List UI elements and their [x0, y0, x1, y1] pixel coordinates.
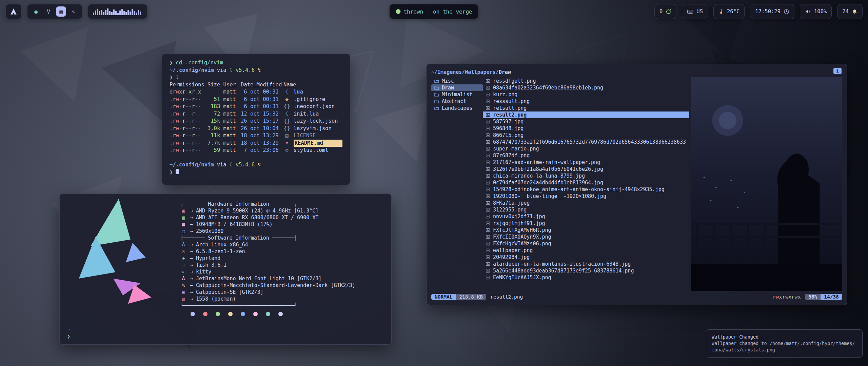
sidebar-directory-item[interactable]: Landscapes [431, 105, 483, 111]
directory-name: Draw [442, 85, 454, 91]
file-permissions: .rw-r--r-- [170, 103, 203, 110]
file-permissions: .rw-r--r-- [170, 110, 203, 118]
file-list-item[interactable]: nnvuv0xj2df71.jpg [483, 213, 689, 220]
temperature-module[interactable]: 26°C [713, 4, 745, 19]
launcher-button[interactable] [5, 4, 22, 19]
file-list-item[interactable]: 68747470733a2f2f696d616765732d7769786d70… [483, 139, 689, 145]
keyboard-layout-module[interactable]: US [682, 4, 708, 19]
folder-icon [434, 99, 439, 104]
file-list-item[interactable]: 87r687df.png [483, 152, 689, 159]
audio-visualizer[interactable] [88, 4, 147, 19]
ls-file-row: .rw-r--r-- 59 matt 7 oct 23:06 ⚙ stylua.… [170, 147, 342, 154]
file-name: result2.png [493, 112, 527, 118]
file-list-item[interactable]: kurz.png [483, 91, 689, 98]
tab-badge[interactable]: 1 [833, 68, 842, 74]
file-list-item[interactable]: super-mario.png [483, 145, 689, 152]
sidebar-directory-item[interactable]: Minimalist [431, 91, 483, 98]
image-file-icon [486, 241, 490, 246]
ls-table-rows: drwxr-xr-x - matt 6 oct 00:31 ☾ lua .rw-… [170, 88, 342, 154]
shell-prompt-block[interactable]: ~ ❯ [67, 325, 70, 340]
file-name: stylua.toml [294, 147, 342, 154]
file-list-item[interactable]: wallpaper.png [483, 247, 689, 254]
fetch-line-icon: Λ [180, 241, 186, 248]
file-list-item[interactable]: 5a266e448add93deab367d87173e9f25-6837886… [483, 267, 689, 274]
topbar-right-group: 0 US 26°C 17:50:29 [654, 4, 863, 19]
fetch-line-icon: ☉ [180, 248, 186, 255]
thermometer-icon [718, 9, 724, 14]
file-list-item[interactable]: 866715.png [483, 132, 689, 139]
image-file-icon [486, 79, 490, 83]
file-permissions: .rw-r--r-- [170, 132, 203, 140]
palette-dot [216, 312, 220, 316]
file-list-item[interactable]: FXfcHgcWIAMzs0G.png [483, 240, 689, 247]
fetch-line-text: → Catppuccin-Macchiato-Standard-Lavender… [190, 282, 355, 289]
file-date: 26 oct 10:04 [241, 125, 280, 133]
workspace-icon[interactable]: V [43, 6, 54, 17]
zap-icon: ↯ [258, 161, 261, 169]
file-type-icon: ▤ [283, 132, 291, 140]
file-list-item[interactable]: 154928-odinokoe_anime-art-anime-okno-sin… [483, 186, 689, 193]
terminal-window-fetch[interactable]: ┌─────── Hardware Information ───────┐ ▣… [59, 194, 392, 345]
file-list-item[interactable]: 587597.jpg [483, 118, 689, 125]
notification-count: 24 [842, 8, 849, 15]
terminal-window-nvim[interactable]: ❯cd.config/nvim ~/.config/nvimvia☾v5.4.6… [162, 54, 350, 185]
file-list-item[interactable]: 8FKa7Cu.jpeg [483, 200, 689, 206]
file-manager-statusbar: NORMAL 218.8 KB result2.png -rwxrwxrwx 3… [431, 292, 842, 301]
ls-file-row: .rw-r--r-- 51 matt 6 oct 00:31 ◆ .gitign… [170, 96, 342, 103]
file-name: EeNKYgIUcAAJ5JX.png [493, 274, 551, 281]
file-list-item[interactable]: 3122955.png [483, 206, 689, 213]
file-manager-header: ~/Imagenes/Wallpapers/Draw 1 [431, 67, 842, 77]
ls-file-row: .rw-r--r-- 183 matt 6 oct 00:31 {} .neoc… [170, 103, 342, 110]
notification-toast[interactable]: Wallpaper Changed Wallpaper changed to /… [706, 329, 863, 358]
bell-icon [852, 9, 857, 15]
file-list-item[interactable]: resssult.png [483, 98, 689, 105]
cursor-position-badge: 14/38 [821, 294, 842, 300]
file-list-item[interactable]: 08a634fa02a32364f69ebc86a98eb1eb.png [483, 84, 689, 91]
file-list-item[interactable]: 217167-sad-anime-rain-wallpaper.png [483, 159, 689, 166]
file-list-item[interactable]: FXfcJlTXgAMvH6R.png [483, 227, 689, 233]
file-list-item[interactable]: re1sult.png [483, 105, 689, 111]
image-file-icon [486, 207, 490, 212]
sidebar-directory-item[interactable]: Abstract [431, 98, 483, 105]
file-type-icon: ☾ [283, 88, 291, 96]
media-player-widget[interactable]: thrown - on the verge [389, 4, 478, 19]
file-list-item[interactable]: chica-mirando-la-luna-8799.jpg [483, 172, 689, 179]
file-owner: matt [223, 110, 238, 118]
ls-file-row: .rw-r--r-- 11k matt 18 oct 13:29 ▤ LICEN… [170, 132, 342, 140]
file-list-item[interactable]: 3126f7e9bbf21a8a4af0b67b041c6e26.jpg [483, 166, 689, 172]
file-list-item[interactable]: atardecer-en-la-montanas-ilustracion-634… [483, 261, 689, 267]
shell-prompt-line[interactable]: ❯ [170, 169, 342, 176]
file-list-item[interactable]: 596848.jpg [483, 125, 689, 132]
workspace-icon[interactable]: ✎ [68, 6, 79, 17]
palette-dot [203, 312, 208, 316]
file-name: kurz.png [493, 92, 517, 98]
volume-module[interactable]: 100% [800, 4, 832, 19]
updates-module[interactable]: 0 [654, 4, 676, 19]
file-manager-body: Misc Draw Minimalist [431, 77, 842, 291]
notifications-module[interactable]: 24 [837, 4, 863, 19]
text-cursor[interactable] [176, 169, 179, 174]
file-list-item[interactable]: 0c794faf07de24a4db4d4fb1eb813964.jpg [483, 179, 689, 186]
folder-icon [434, 79, 439, 84]
file-name: LICENSE [294, 132, 342, 140]
file-name: 5a266e448add93deab367d87173e9f25-6837886… [493, 268, 634, 274]
clock-module[interactable]: 17:50:29 [750, 4, 794, 19]
workspace-icon[interactable]: ◉ [31, 6, 41, 17]
file-list-item[interactable]: EeNKYgIUcAAJ5JX.png [483, 274, 689, 281]
workspace-icon[interactable]: ▦ [56, 6, 66, 17]
file-list-item[interactable]: ressdfgult.png [483, 78, 689, 84]
file-list-item[interactable]: FXfcII0X0AQyn9X.png [483, 233, 689, 240]
file-list-item[interactable]: rsjqojlmjhf91.jpg [483, 220, 689, 227]
keyboard-layout: US [696, 8, 703, 15]
fetch-line-text: → 1558 (pacman) [190, 296, 236, 302]
sidebar-directory-item[interactable]: Draw [431, 84, 483, 91]
selected-file-name: result2.png [490, 294, 523, 300]
file-list-item[interactable]: 20492984.jpg [483, 254, 689, 261]
file-manager-window[interactable]: ~/Imagenes/Wallpapers/Draw 1 Misc Draw [426, 64, 847, 305]
file-list-item[interactable]: result2.png [483, 111, 689, 118]
file-permissions: .rw-r--r-- [170, 125, 203, 133]
sidebar-directory-item[interactable]: Misc [431, 78, 483, 84]
file-name: rsjqojlmjhf91.jpg [493, 220, 545, 226]
file-list-item[interactable]: 19201080-__blue-tinge__-1920×1080.jpg [483, 193, 689, 200]
fetch-info-line: ◈ → Hyprland [180, 255, 384, 262]
